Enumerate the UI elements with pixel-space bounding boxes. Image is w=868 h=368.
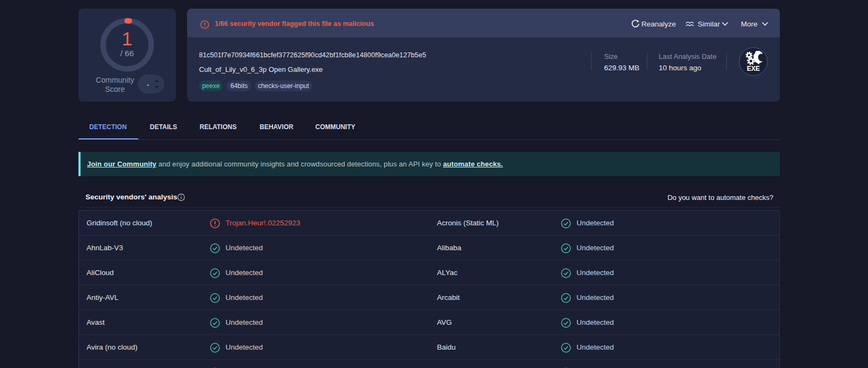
- svg-text:EXE: EXE: [747, 65, 760, 72]
